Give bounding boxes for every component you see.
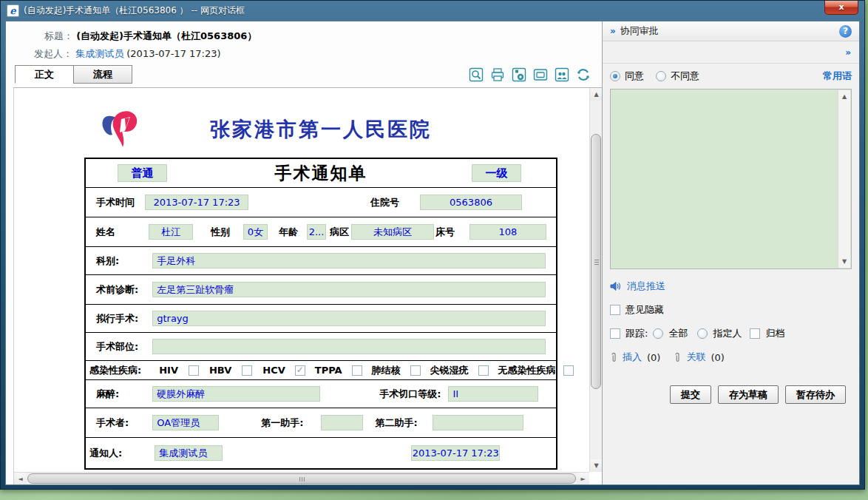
priority-badge: 普通 (118, 164, 167, 182)
doc-hscroll-thumb[interactable] (27, 473, 576, 484)
doc-vertical-scrollbar[interactable]: ▲ ▼ (589, 88, 602, 472)
planned-surgery-label: 拟行手术: (96, 312, 138, 325)
infect-hcv-checkbox[interactable] (295, 365, 305, 376)
folder-icon[interactable] (532, 67, 549, 83)
infect-tb-checkbox[interactable] (410, 365, 421, 376)
save-draft-button[interactable]: 存为草稿 (718, 385, 779, 404)
infect-hbv-checkbox[interactable] (242, 365, 252, 376)
expand-chevrons-icon[interactable]: » (845, 47, 850, 58)
form-page: 张家港市第一人民医院 普通 手术通知单 一级 手术时间 2013-07-17 1… (14, 88, 589, 472)
assistant2-field[interactable] (433, 415, 523, 430)
window-title: (自动发起)手术通知单（杜江0563806 ） -- 网页对话框 (24, 4, 245, 17)
track-all-label: 全部 (668, 327, 688, 340)
contacts-icon[interactable] (554, 67, 570, 83)
incision-grade-field[interactable]: II (448, 386, 538, 402)
submit-button[interactable]: 提交 (670, 385, 711, 404)
form-title: 手术通知单 (275, 162, 367, 185)
close-button[interactable]: x (824, 1, 858, 15)
track-assignee-radio[interactable] (697, 328, 708, 339)
infect-warts-checkbox[interactable] (478, 365, 489, 376)
surgeon-field[interactable]: OA管理员 (152, 415, 219, 430)
title-label: 标题： (44, 30, 73, 43)
common-phrases-link[interactable]: 常用语 (823, 70, 852, 83)
disagree-radio[interactable] (656, 71, 666, 81)
age-field[interactable]: 2... (307, 224, 326, 240)
message-push-link[interactable]: 消息推送 (627, 280, 665, 293)
notify-time-field[interactable]: 2013-07-17 17:23 (411, 445, 500, 461)
opinion-textarea[interactable]: ▲ ▼ (610, 89, 852, 269)
initiate-time: (2013-07-17 17:23) (126, 48, 220, 59)
surgery-site-label: 手术部位: (96, 340, 138, 354)
infect-none-checkbox[interactable] (563, 365, 574, 376)
assistant1-field[interactable] (321, 415, 363, 430)
hospital-logo-icon (101, 109, 146, 150)
opinion-scroll-up-icon[interactable]: ▲ (838, 90, 850, 103)
surgery-time-label: 手术时间 (96, 196, 135, 209)
initiator-link[interactable]: 集成测试员 (75, 48, 123, 59)
infect-tppa-label: TPPA (315, 365, 342, 376)
scroll-right-icon[interactable]: ► (577, 473, 589, 484)
insert-link[interactable]: 插入 (623, 351, 642, 364)
infect-hiv-checkbox[interactable] (189, 365, 199, 376)
dept-field[interactable]: 手足外科 (152, 253, 546, 268)
opinion-scroll-down-icon[interactable]: ▼ (838, 255, 850, 268)
paperclip-icon (674, 352, 681, 363)
speaker-icon (610, 281, 622, 291)
doc-horizontal-scrollbar[interactable]: ◄ ► (14, 472, 589, 484)
agree-radio[interactable] (610, 71, 620, 81)
notifier-field[interactable]: 集成测试员 (155, 445, 223, 461)
diagnosis-field[interactable]: 左足第三趾软骨瘤 (152, 282, 546, 297)
name-label: 姓名 (96, 226, 115, 239)
track-row: 跟踪: 全部 指定人 归档 (610, 327, 852, 340)
level-badge: 一级 (472, 164, 521, 182)
track-label: 跟踪: (625, 327, 648, 340)
doc-vscroll-thumb[interactable] (591, 134, 601, 389)
surgery-site-field[interactable] (152, 339, 546, 354)
gender-field[interactable]: 0女 (243, 224, 268, 240)
doc-title-line: 标题： (自动发起)手术通知单（杜江0563806） (6, 30, 602, 43)
hide-opinion-checkbox[interactable] (610, 305, 620, 315)
relate-link[interactable]: 关联 (686, 351, 705, 364)
tab-flow[interactable]: 流程 (73, 65, 132, 84)
hide-opinion-label: 意见隐藏 (625, 303, 664, 317)
anesthesia-label: 麻醉: (96, 388, 119, 401)
planned-surgery-field[interactable]: gtrayg (152, 311, 546, 326)
hold-pending-button[interactable]: 暂存待办 (785, 385, 846, 404)
tab-body[interactable]: 正文 (15, 65, 74, 84)
infect-hbv-label: HBV (209, 365, 231, 376)
approval-header: » 协同审批 ? (603, 21, 859, 41)
bed-field[interactable]: 108 (469, 224, 546, 240)
archive-checkbox[interactable] (750, 328, 760, 339)
admission-no-field[interactable]: 0563806 (420, 195, 522, 210)
print-icon[interactable] (489, 67, 506, 83)
track-assignee-label: 指定人 (713, 327, 742, 340)
ie-browser-icon: e (7, 4, 19, 17)
collapse-chevrons-icon[interactable]: » (610, 26, 615, 36)
surgery-time-field[interactable]: 2013-07-17 17:23 (145, 195, 248, 210)
zoom-icon[interactable] (468, 67, 484, 83)
notifier-label: 通知人: (89, 447, 122, 460)
help-icon[interactable]: ? (839, 25, 852, 38)
scroll-up-icon[interactable]: ▲ (590, 88, 602, 101)
infect-none-label: 无感染性疾病 (498, 364, 556, 377)
scroll-down-icon[interactable]: ▼ (590, 459, 602, 472)
surgery-form-table: 普通 手术通知单 一级 手术时间 2013-07-17 17:23 住院号 05… (84, 158, 557, 470)
paperclip-icon (610, 352, 617, 363)
track-all-radio[interactable] (653, 328, 663, 339)
name-field[interactable]: 杜江 (149, 224, 193, 240)
opinion-scrollbar[interactable]: ▲ ▼ (838, 90, 850, 268)
track-checkbox[interactable] (610, 328, 620, 339)
refresh-icon[interactable] (575, 67, 591, 83)
document-pane: 标题： (自动发起)手术通知单（杜江0563806） 发起人： 集成测试员 (2… (6, 21, 602, 484)
scroll-left-icon[interactable]: ◄ (14, 473, 27, 484)
ward-field[interactable]: 未知病区 (351, 224, 434, 240)
save-icon[interactable] (511, 67, 527, 83)
infect-tppa-checkbox[interactable] (352, 365, 362, 376)
gender-label: 性别 (211, 226, 230, 239)
initiator-line: 发起人： 集成测试员 (2013-07-17 17:23) (6, 47, 602, 61)
dept-label: 科别: (96, 254, 119, 268)
infectious-label: 感染性疾病: (89, 364, 141, 377)
insert-count: (0) (647, 352, 660, 363)
anesthesia-field[interactable]: 硬膜外麻醉 (152, 386, 320, 402)
age-label: 年龄 (279, 226, 298, 239)
